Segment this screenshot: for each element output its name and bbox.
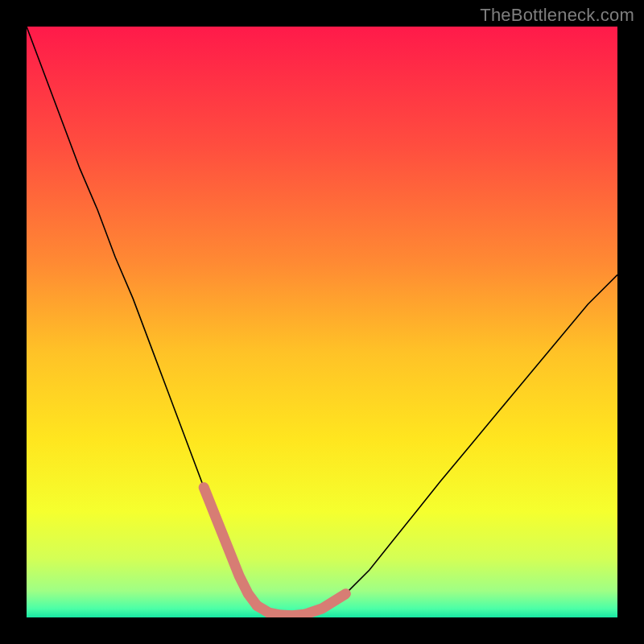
chart-frame: TheBottleneck.com [0,0,644,644]
plot-area [27,27,617,617]
watermark-text: TheBottleneck.com [480,5,634,26]
plot-svg [27,27,617,617]
plot-background [27,27,617,617]
